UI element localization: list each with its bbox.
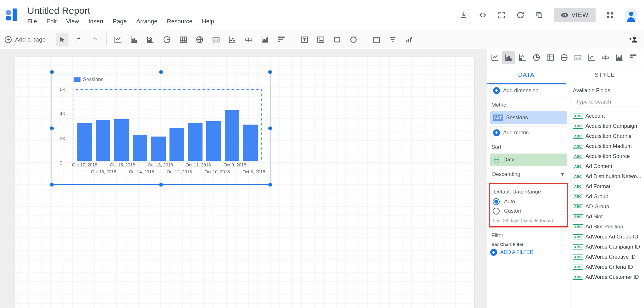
field-row[interactable]: ABCAdWords Ad Group ID <box>573 232 641 242</box>
data-control-icon[interactable] <box>403 33 415 46</box>
radio-auto[interactable]: Auto <box>493 198 564 205</box>
ct-scatter-icon[interactable] <box>585 51 598 64</box>
scorecard-icon[interactable]: 2.1 <box>210 33 222 46</box>
field-row[interactable]: ABCAccount <box>573 111 641 121</box>
resize-handle[interactable] <box>268 126 272 130</box>
embed-icon[interactable] <box>478 11 487 20</box>
geo-icon[interactable] <box>193 33 206 46</box>
pie-chart-icon[interactable] <box>161 33 173 46</box>
svg-rect-37 <box>510 58 511 60</box>
ct-geo-icon[interactable] <box>558 51 571 64</box>
ct-bar-icon[interactable] <box>502 51 515 64</box>
add-people-icon[interactable] <box>627 33 640 46</box>
view-button[interactable]: VIEW <box>554 8 596 22</box>
ct-pivot-icon[interactable] <box>627 51 640 64</box>
resize-handle[interactable] <box>159 183 163 187</box>
add-dimension-button[interactable]: + Add dimension <box>490 84 567 97</box>
fields-search-input[interactable] <box>576 99 643 105</box>
field-row[interactable]: ABCAd Format <box>573 182 641 192</box>
resize-handle[interactable] <box>159 70 163 74</box>
field-row[interactable]: ABCAdWords Creative ID <box>573 252 641 262</box>
sort-direction-dropdown[interactable]: Descending ▼ <box>490 169 567 180</box>
add-metric-button[interactable]: + Add metric <box>490 126 567 139</box>
menu-arrange[interactable]: Arrange <box>136 18 158 25</box>
menu-help[interactable]: Help <box>202 18 214 25</box>
canvas-area[interactable]: Sessions Oct 17, 2018Oct 15, 2018Oct 13,… <box>0 49 487 308</box>
field-row[interactable]: ABCAcquisition Channel <box>573 131 641 141</box>
scatter-icon[interactable] <box>226 33 239 46</box>
field-row[interactable]: ABCAcquisition Medium <box>573 141 641 151</box>
field-row[interactable]: ABCAd Content <box>573 161 641 171</box>
image-icon[interactable] <box>314 33 327 46</box>
field-row[interactable]: ABCAD Group <box>573 202 641 212</box>
copy-icon[interactable] <box>535 11 544 20</box>
field-row[interactable]: ABCAd Slot Position <box>573 222 641 232</box>
rect-icon[interactable] <box>331 33 343 46</box>
ct-bullet-icon[interactable] <box>599 51 612 64</box>
bullet-icon[interactable] <box>242 33 255 46</box>
table-icon[interactable] <box>177 33 190 46</box>
menu-page[interactable]: Page <box>113 18 127 25</box>
menu-file[interactable]: File <box>27 18 37 25</box>
download-icon[interactable] <box>459 11 468 20</box>
ct-combo-icon[interactable] <box>516 51 529 64</box>
field-row[interactable]: ABCAdWords Customer ID <box>573 272 641 282</box>
ct-line-icon[interactable] <box>488 51 502 64</box>
area-chart-icon[interactable] <box>259 33 271 46</box>
field-row[interactable]: ABCAcquisition Source <box>573 151 641 161</box>
field-row[interactable]: ABCAdWords Criteria ID <box>573 262 641 272</box>
field-row[interactable]: ABCAd Group <box>573 192 641 202</box>
bar-chart-icon[interactable] <box>128 33 141 46</box>
combo-chart-icon[interactable] <box>144 33 157 46</box>
pivot-icon[interactable] <box>275 33 288 46</box>
x-tick: Oct 15, 2018 <box>110 162 135 167</box>
resize-handle[interactable] <box>268 183 272 187</box>
add-filter-button[interactable]: + ADD A FILTER <box>490 249 567 256</box>
undo-icon[interactable] <box>72 33 85 46</box>
circle-icon[interactable] <box>347 33 360 46</box>
field-row[interactable]: ABCAd Distribution Netwo... <box>573 171 641 182</box>
menu-insert[interactable]: Insert <box>88 18 103 25</box>
text-icon[interactable] <box>298 33 311 46</box>
avatar[interactable] <box>625 8 638 22</box>
resize-handle[interactable] <box>50 126 54 130</box>
report-canvas[interactable]: Sessions Oct 17, 2018Oct 15, 2018Oct 13,… <box>15 57 474 308</box>
ct-pie-icon[interactable] <box>530 51 543 64</box>
filter-control-icon[interactable] <box>386 33 399 46</box>
resize-handle[interactable] <box>50 183 54 187</box>
ct-table-icon[interactable] <box>544 51 557 64</box>
line-chart-icon[interactable] <box>112 33 124 46</box>
metric-pill[interactable]: AUT Sessions <box>490 111 567 124</box>
menu-resource[interactable]: Resource <box>167 18 192 25</box>
add-page-button[interactable]: Add a page <box>4 36 46 43</box>
radio-custom[interactable]: Custom <box>493 208 564 215</box>
tab-style[interactable]: STYLE <box>566 66 644 84</box>
fields-search[interactable] <box>573 98 641 108</box>
selected-chart[interactable]: Sessions Oct 17, 2018Oct 15, 2018Oct 13,… <box>52 72 270 185</box>
redo-icon[interactable] <box>89 33 101 46</box>
report-title[interactable]: Untitled Report <box>27 5 214 16</box>
field-row[interactable]: ABCAd Slot <box>573 212 641 222</box>
field-row[interactable]: ABCAcquisition Campaign <box>573 121 641 131</box>
select-tool-icon[interactable] <box>56 33 69 46</box>
radio-icon <box>493 198 500 205</box>
menu-view[interactable]: View <box>66 18 79 25</box>
ct-scorecard-icon[interactable]: 2.1 <box>571 51 585 64</box>
field-row[interactable]: ABCAdWords Campaign ID <box>573 242 641 252</box>
fullscreen-icon[interactable] <box>497 11 506 20</box>
date-range-label: Default Date Range <box>494 189 564 195</box>
date-range-icon[interactable] <box>370 33 383 46</box>
resize-handle[interactable] <box>268 70 272 74</box>
resize-handle[interactable] <box>50 70 54 74</box>
apps-icon[interactable] <box>606 11 614 20</box>
svg-rect-38 <box>521 58 522 60</box>
tab-data[interactable]: DATA <box>487 66 566 84</box>
bar <box>133 135 147 161</box>
sort-pill[interactable]: Date <box>490 154 567 166</box>
svg-rect-32 <box>408 39 409 42</box>
svg-rect-3 <box>607 16 609 18</box>
refresh-icon[interactable] <box>516 11 525 20</box>
abc-badge-icon: ABC <box>573 144 583 149</box>
ct-area-icon[interactable] <box>613 51 626 64</box>
menu-edit[interactable]: Edit <box>47 18 57 25</box>
